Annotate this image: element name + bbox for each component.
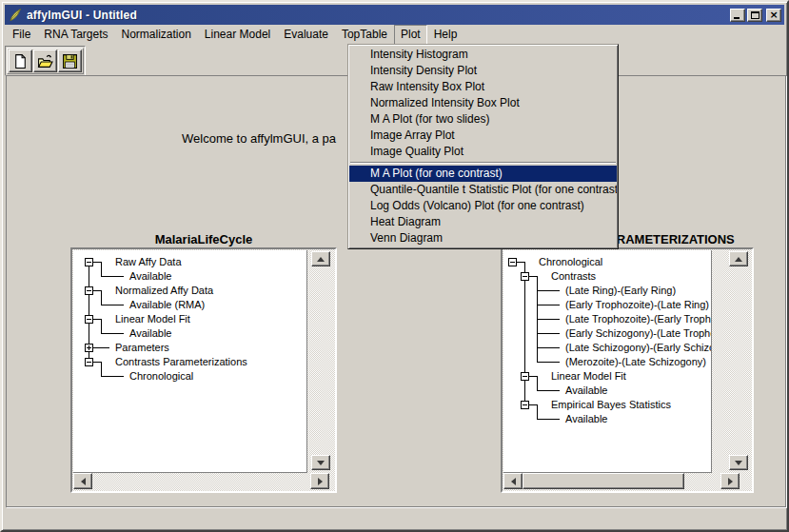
new-file-button[interactable] xyxy=(9,49,32,72)
tree-collapse-box[interactable] xyxy=(508,258,517,266)
menubar-item-normalization[interactable]: Normalization xyxy=(115,25,198,45)
tree-collapse-box[interactable] xyxy=(85,258,93,266)
tree-item-normalized-affy-data[interactable]: Normalized Affy Data xyxy=(115,284,213,298)
tree-branch-line xyxy=(92,290,101,291)
right-hscroll-right-button[interactable] xyxy=(720,473,740,489)
tree-item-linear-model-fit[interactable]: Linear Model Fit xyxy=(551,369,626,384)
tree-collapse-box[interactable] xyxy=(85,358,93,366)
tree-branch-line xyxy=(524,262,525,404)
tree-branch-line xyxy=(92,319,101,320)
tree-item-available[interactable]: Available xyxy=(129,326,171,341)
tree-branch-line xyxy=(528,276,537,277)
tree-leaf-line xyxy=(537,419,560,420)
tree-item-contrasts-parameterizations[interactable]: Contrasts Parameterizations xyxy=(115,355,247,369)
tree-leaf-line xyxy=(101,305,124,305)
tree-branch-line xyxy=(92,347,109,348)
tree-item-available-rma[interactable]: Available (RMA) xyxy=(129,298,205,312)
tree-item-available[interactable]: Available xyxy=(565,412,607,426)
menu-item-m-a-plot-for-one-contrast[interactable]: M A Plot (for one contrast) xyxy=(349,166,617,182)
tree-branch-line xyxy=(92,362,101,363)
minimize-icon xyxy=(734,17,740,19)
tree-leaf-line xyxy=(101,333,124,334)
menu-separator xyxy=(350,162,616,164)
right-hscroll-thumb[interactable] xyxy=(523,473,684,489)
tree-item-late-schizogony-early-schizogony[interactable]: (Late Schizogony)-(Early Schizogony) xyxy=(565,341,712,355)
tree-item-late-trophozoite-early-trophozoite[interactable]: (Late Trophozoite)-(Early Trophozoite) xyxy=(565,312,712,326)
window-title: affylmGUI - Untitled xyxy=(27,9,730,22)
menu-item-log-odds-volcano-plot-for-one-contrast[interactable]: Log Odds (Volcano) Plot (for one contras… xyxy=(349,198,617,214)
menubar-item-linear-model[interactable]: Linear Model xyxy=(198,25,277,45)
right-tree-panel: ChronologicalContrasts(Late Ring)-(Early… xyxy=(501,247,754,493)
tree-item-available[interactable]: Available xyxy=(565,384,607,398)
menubar-item-file[interactable]: File xyxy=(6,25,37,45)
left-vscroll-down-button[interactable] xyxy=(311,455,330,470)
tree-expand-box[interactable] xyxy=(85,344,93,352)
tree-item-raw-affy-data[interactable]: Raw Affy Data xyxy=(115,255,182,269)
right-vscroll-down-button[interactable] xyxy=(729,455,748,470)
up-arrow-icon xyxy=(735,257,742,262)
plot-menu-popup: Intensity HistogramIntensity Density Plo… xyxy=(347,44,619,249)
close-button[interactable]: × xyxy=(766,9,781,22)
right-tree-listbox[interactable]: ChronologicalContrasts(Late Ring)-(Early… xyxy=(503,250,712,473)
left-vscroll-up-button[interactable] xyxy=(311,251,330,266)
tree-collapse-box[interactable] xyxy=(521,401,529,409)
tree-item-merozoite-late-schizogony[interactable]: (Merozoite)-(Late Schizogony) xyxy=(565,355,706,369)
window-controls: × xyxy=(730,9,781,22)
open-folder-icon xyxy=(37,53,53,69)
menubar-item-toptable[interactable]: TopTable xyxy=(335,25,394,45)
up-arrow-icon xyxy=(317,257,325,262)
tree-item-chronological[interactable]: Chronological xyxy=(129,369,193,384)
save-file-button[interactable] xyxy=(58,49,82,72)
menu-item-m-a-plot-for-two-slides[interactable]: M A Plot (for two slides) xyxy=(349,111,617,128)
tree-collapse-box[interactable] xyxy=(521,372,529,381)
tree-collapse-box[interactable] xyxy=(85,286,93,295)
left-hscroll-left-button[interactable] xyxy=(73,473,92,489)
menubar-item-rna-targets[interactable]: RNA Targets xyxy=(37,25,114,45)
tree-item-early-schizogony-late-trophozoite[interactable]: (Early Schizogony)-(Late Trophozoite) xyxy=(565,326,712,341)
new-document-icon xyxy=(12,53,29,69)
tree-item-chronological[interactable]: Chronological xyxy=(539,255,602,269)
toolbar xyxy=(5,46,86,76)
toolbar-group xyxy=(7,48,84,74)
tree-item-empirical-bayes-statistics[interactable]: Empirical Bayes Statistics xyxy=(551,398,671,412)
app-window: affylmGUI - Untitled × FileRNA TargetsNo… xyxy=(0,0,789,532)
tree-item-linear-model-fit[interactable]: Linear Model Fit xyxy=(115,312,190,326)
menubar-item-plot[interactable]: Plot xyxy=(394,25,427,45)
menu-item-raw-intensity-box-plot[interactable]: Raw Intensity Box Plot xyxy=(349,79,617,95)
menu-item-image-quality-plot[interactable]: Image Quality Plot xyxy=(349,144,617,160)
tree-branch-line xyxy=(101,319,102,333)
menu-item-quantile-quantile-t-statistic-plot-for-one-contrast[interactable]: Quantile-Quantile t Statistic Plot (for … xyxy=(349,182,617,198)
tree-item-available[interactable]: Available xyxy=(129,269,171,284)
tree-leaf-line xyxy=(537,333,560,334)
left-arrow-icon xyxy=(511,478,516,485)
tree-collapse-box[interactable] xyxy=(85,315,93,324)
tree-collapse-box[interactable] xyxy=(521,272,529,281)
tree-item-contrasts[interactable]: Contrasts xyxy=(551,269,596,284)
tree-branch-line xyxy=(537,404,538,419)
open-file-button[interactable] xyxy=(33,49,57,72)
tree-item-parameters[interactable]: Parameters xyxy=(115,341,169,355)
title-bar[interactable]: affylmGUI - Untitled × xyxy=(5,5,784,25)
tree-item-early-trophozoite-late-ring[interactable]: (Early Trophozoite)-(Late Ring) xyxy=(565,298,709,312)
left-tree-frame: Raw Affy DataAvailableNormalized Affy Da… xyxy=(72,249,335,491)
right-hscroll-left-button[interactable] xyxy=(503,473,523,489)
menu-item-normalized-intensity-box-plot[interactable]: Normalized Intensity Box Plot xyxy=(349,95,617,111)
minimize-button[interactable] xyxy=(730,9,745,22)
menu-item-heat-diagram[interactable]: Heat Diagram xyxy=(349,214,617,230)
left-tree-listbox[interactable]: Raw Affy DataAvailableNormalized Affy Da… xyxy=(73,250,307,473)
tree-leaf-line xyxy=(537,362,560,363)
tree-leaf-line xyxy=(537,319,560,320)
tree-leaf-line xyxy=(537,347,560,348)
menubar-item-help[interactable]: Help xyxy=(427,25,464,45)
menu-item-intensity-density-plot[interactable]: Intensity Density Plot xyxy=(349,63,617,79)
right-vscroll-up-button[interactable] xyxy=(729,251,748,266)
left-tree-panel: Raw Affy DataAvailableNormalized Affy Da… xyxy=(70,247,337,493)
menu-item-venn-diagram[interactable]: Venn Diagram xyxy=(349,230,617,246)
tree-item-late-ring-early-ring[interactable]: (Late Ring)-(Early Ring) xyxy=(565,284,676,298)
menu-item-intensity-histogram[interactable]: Intensity Histogram xyxy=(349,47,617,63)
tree-leaf-line xyxy=(537,305,560,305)
maximize-button[interactable] xyxy=(747,9,762,22)
left-hscroll-right-button[interactable] xyxy=(310,473,329,489)
menubar-item-evaluate[interactable]: Evaluate xyxy=(277,25,335,45)
menu-item-image-array-plot[interactable]: Image Array Plot xyxy=(349,128,617,144)
